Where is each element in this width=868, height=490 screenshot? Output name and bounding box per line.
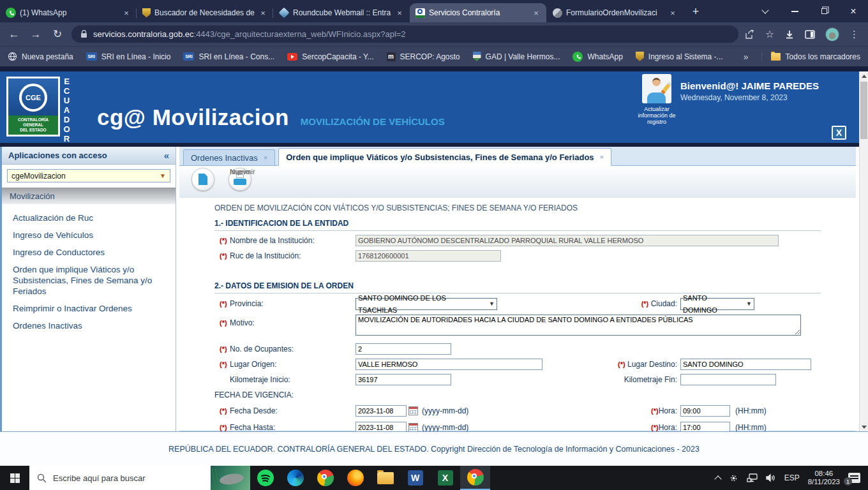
- taskbar-chrome[interactable]: [310, 466, 340, 490]
- taskbar-chrome-active[interactable]: [460, 466, 490, 490]
- share-icon[interactable]: [745, 29, 755, 40]
- bookmarks-overflow-icon[interactable]: »: [744, 52, 749, 62]
- tab-ordenes-inactivas[interactable]: Ordenes Inactivas ×: [183, 149, 275, 165]
- bookmark-nueva-pestana[interactable]: Nueva pestaña: [8, 52, 73, 61]
- sidebar-item-actualizacion-ruc[interactable]: Actualización de Ruc: [2, 209, 176, 226]
- bookmark-sri-consultas[interactable]: SRI SRI en Línea - Cons...: [183, 52, 274, 61]
- update-registry-link[interactable]: Actualizar información de registro: [633, 106, 680, 125]
- required-marker: (*): [220, 315, 227, 331]
- scroll-down-arrow[interactable]: [860, 422, 868, 431]
- action-center-icon[interactable]: 1: [848, 473, 860, 483]
- sidebar-collapse-icon[interactable]: «: [164, 150, 169, 161]
- row-motivo: (*) Motivo: MOVILIZACIÓN DE AUTORIDADES …: [179, 315, 856, 336]
- ocupantes-input[interactable]: [355, 343, 451, 355]
- ciudad-select[interactable]: SANTO DOMINGO ▼: [680, 298, 754, 310]
- hora-desde-input[interactable]: [680, 405, 730, 417]
- bookmark-whatsapp[interactable]: WhatsApp: [572, 52, 622, 62]
- tab-close-icon[interactable]: ×: [668, 8, 677, 18]
- address-bar[interactable]: servicios.contraloria.gob.ec:4443/cge_ar…: [71, 26, 738, 43]
- start-button[interactable]: [0, 466, 29, 490]
- calendar-icon[interactable]: [408, 406, 418, 415]
- browser-tab-buscador[interactable]: Buscador de Necesidades de ×: [137, 3, 273, 22]
- page-scrollbar[interactable]: [859, 71, 868, 431]
- bookmark-sri-inicio[interactable]: SRI SRI en Línea - Inicio: [86, 52, 171, 61]
- reload-button[interactable]: ↻: [50, 27, 65, 41]
- motivo-textarea[interactable]: MOVILIZACIÓN DE AUTORIDADES HACIA LA CIU…: [355, 315, 801, 336]
- browser-tab-contraloria-active[interactable]: Servicios Contraloría ×: [410, 3, 546, 22]
- sidebar-item-ingreso-conductores[interactable]: Ingreso de Conductores: [2, 244, 176, 261]
- taskbar-clock[interactable]: 08:46 8/11/2023: [808, 470, 840, 486]
- browser-tab-whatsapp[interactable]: (1) WhatsApp ×: [0, 3, 137, 22]
- restore-button[interactable]: [809, 0, 839, 22]
- download-icon[interactable]: [784, 29, 795, 40]
- tab-close-icon[interactable]: ×: [532, 8, 541, 18]
- scrollbar-thumb[interactable]: [860, 82, 867, 139]
- tray-app-icon[interactable]: [729, 473, 738, 483]
- bookmark-gad-valle-hermoso[interactable]: GAD | Valle Hermos...: [473, 52, 560, 61]
- tab-close-icon[interactable]: ×: [264, 154, 267, 161]
- sidebar-item-orden-viaticos[interactable]: Orden que implique Viáticos y/o Subsiste…: [2, 261, 176, 300]
- bookmark-ingreso-sistema[interactable]: Ingreso al Sistema -...: [636, 52, 723, 61]
- close-window-button[interactable]: ×: [839, 0, 868, 22]
- search-placeholder: Escribe aquí para buscar: [53, 473, 146, 483]
- minimize-button[interactable]: [780, 0, 809, 22]
- fecha-desde-input[interactable]: [355, 405, 407, 417]
- bookmark-sercop-agosto[interactable]: m SERCOP: Agosto: [387, 52, 460, 61]
- tab-close-icon[interactable]: ×: [122, 8, 131, 18]
- taskbar-edge[interactable]: [280, 466, 310, 490]
- notification-badge: 1: [844, 477, 852, 486]
- kilometraje-inicio-input[interactable]: [355, 374, 451, 385]
- bookmark-star-icon[interactable]: ☆: [765, 28, 774, 40]
- taskbar-spotify[interactable]: [250, 466, 280, 490]
- search-daily-image[interactable]: [211, 466, 250, 490]
- sidebar-item-ingreso-vehiculos[interactable]: Ingreso de Vehículos: [2, 226, 176, 244]
- imprimir-button[interactable]: Imprimir: [224, 166, 256, 197]
- user-avatar[interactable]: [642, 74, 671, 103]
- taskbar-firefox[interactable]: [340, 466, 370, 490]
- taskbar-excel[interactable]: X: [430, 466, 460, 490]
- bookmark-sercopcapacita[interactable]: SercopCapacita - Y...: [287, 52, 373, 61]
- profile-avatar[interactable]: [825, 27, 839, 41]
- volume-icon[interactable]: [766, 473, 776, 482]
- tab-close-icon[interactable]: ×: [395, 8, 404, 18]
- crest-icon: [142, 8, 151, 18]
- browser-tab-roundcube[interactable]: Roundcube Webmail :: Entra ×: [273, 3, 410, 22]
- provincia-select[interactable]: SANTO DOMINGO DE LOS TSACHILAS ▼: [355, 298, 497, 310]
- nuevo-button[interactable]: Nuevo: [187, 166, 219, 197]
- chevron-down-icon: ▼: [742, 298, 752, 310]
- row-ruc-institucion: (*) Ruc de la Institución:: [179, 250, 856, 262]
- new-tab-button[interactable]: +: [687, 3, 705, 20]
- browser-tab-formulario[interactable]: FormularioOrdenMovilizaci ×: [546, 3, 683, 22]
- forward-button[interactable]: →: [28, 28, 43, 41]
- application-select[interactable]: cgeMovilizacion ▼: [7, 169, 170, 182]
- back-button[interactable]: ←: [6, 28, 22, 41]
- calendar-icon[interactable]: [408, 423, 418, 432]
- network-icon[interactable]: [747, 473, 758, 482]
- sidebar-item-ordenes-inactivas[interactable]: Ordenes Inactivas: [2, 317, 176, 334]
- tab-close-icon[interactable]: ×: [258, 8, 267, 18]
- sidebar-header: Aplicaciones con acceso «: [2, 147, 176, 165]
- globe-icon: [8, 52, 17, 61]
- sidebar-item-reimprimir[interactable]: Reimprimir o Inactivar Ordenes: [2, 300, 176, 317]
- form-title: ORDEN DE MOVILIZACIÓN CON VIÁTICOS Y/O S…: [214, 204, 578, 212]
- tray-expand-icon[interactable]: [714, 475, 721, 482]
- all-bookmarks-button[interactable]: Todos los marcadores: [761, 52, 860, 61]
- row-fecha-vigencia: FECHA DE VIGENCIA:: [179, 389, 856, 401]
- cge-logo: CGE CONTRALORÍA GENERAL DEL ESTADO: [6, 77, 60, 137]
- lugar-destino-input[interactable]: [680, 359, 811, 370]
- nombre-institucion-input: [355, 235, 779, 246]
- side-panel-icon[interactable]: [805, 29, 815, 40]
- scroll-up-arrow[interactable]: [860, 71, 868, 80]
- tab-search-icon[interactable]: [751, 0, 780, 22]
- taskbar-file-explorer[interactable]: [370, 466, 400, 490]
- kilometraje-fin-input[interactable]: [680, 374, 776, 385]
- required-marker: (*): [220, 250, 227, 262]
- browser-menu-icon[interactable]: ⋮: [849, 29, 859, 40]
- tab-close-icon[interactable]: ×: [600, 153, 604, 161]
- tab-title: Roundcube Webmail :: Entra: [293, 8, 391, 17]
- taskbar-search[interactable]: Escribe aquí para buscar: [29, 466, 250, 490]
- session-close-button[interactable]: X: [832, 126, 846, 140]
- language-indicator[interactable]: ESP: [784, 473, 800, 482]
- taskbar-word[interactable]: W: [400, 466, 430, 490]
- tab-orden-viaticos-active[interactable]: Orden que implique Viáticos y/o Subsiste…: [278, 148, 611, 166]
